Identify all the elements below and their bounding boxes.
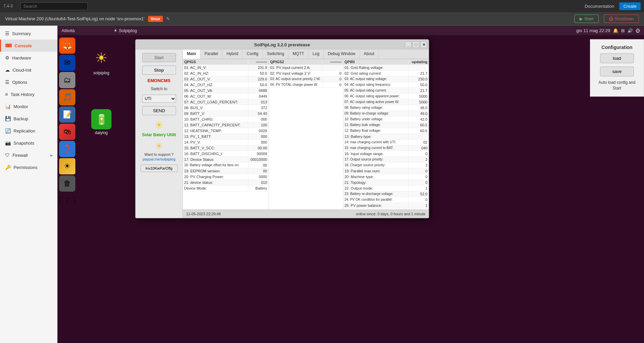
options-icon: ☰ bbox=[5, 79, 9, 85]
data-row: 10: BATT_CHRG:000 bbox=[183, 117, 269, 122]
data-row: 12: Battery float voltage:60.5 bbox=[343, 128, 429, 134]
tab-log[interactable]: Log bbox=[308, 50, 324, 59]
documentation-link[interactable]: Documentation bbox=[585, 4, 614, 9]
sidebar-label-options: Options bbox=[12, 80, 27, 85]
tab-hybrid[interactable]: Hybrid bbox=[222, 50, 243, 59]
sidebar-item-console[interactable]: ⌨ Console bbox=[0, 40, 57, 52]
start-button[interactable]: ▶ Start bbox=[574, 15, 598, 23]
console-icon: ⌨ bbox=[5, 43, 12, 48]
help-icon[interactable]: ❓ bbox=[59, 141, 75, 157]
paypal-link[interactable]: paypal.me/solpiplog bbox=[143, 157, 175, 161]
snapshots-icon: 📷 bbox=[5, 140, 11, 146]
thunderbird-icon[interactable]: ✉ bbox=[59, 55, 75, 71]
data-row: 14: max charging current with UTI:02 bbox=[343, 140, 429, 145]
inv-button[interactable]: Inv10KwParOffg bbox=[141, 165, 178, 172]
data-row: 01: AC_IN_V:231.9 bbox=[183, 65, 269, 71]
shutdown-button[interactable]: ⏻ Shutdown bbox=[604, 15, 639, 23]
data-row: 03: AC_OUT_V:229.6 bbox=[183, 76, 269, 82]
search-input[interactable] bbox=[20, 2, 88, 10]
qpigs2-header: QPIGS2 ——— bbox=[269, 59, 343, 65]
tab-debug-window[interactable]: Debug Window bbox=[324, 50, 360, 59]
top-bar: 7.4-3 Documentation Create bbox=[0, 0, 644, 12]
data-row: 06: AC output rating apparent power:5000 bbox=[343, 94, 429, 99]
solpiplog-stop-button[interactable]: Stop bbox=[142, 66, 176, 75]
sidebar-label-backup: Backup bbox=[14, 116, 28, 121]
qpigs2-column: QPIGS2 ——— 01: PV input current 2 A: 02:… bbox=[269, 59, 343, 210]
data-row: 20: PV Charging Power:0000 bbox=[183, 174, 269, 180]
ubuntu-clock: gio 11 mag 22:29 🔔 ⊞ 🔊 ⏻ bbox=[576, 28, 640, 33]
files-icon[interactable]: 🗂 bbox=[59, 72, 75, 88]
sidebar-item-firewall[interactable]: 🛡 Firewall ▶ bbox=[0, 149, 57, 161]
data-row: 16: Input voltage range:0 bbox=[343, 151, 429, 157]
volume-icon: 🔊 bbox=[627, 28, 633, 33]
vm-title: Virtual Machine 200 (Ubuntu64-Test-SolPi… bbox=[5, 16, 145, 21]
data-row: 13: Battery type: bbox=[343, 134, 429, 140]
main-layout: ☰ Summary ⌨ Console ⚙ Hardware ☁ Cloud-I… bbox=[0, 26, 644, 343]
sidebar-item-snapshots[interactable]: 📷 Snapshots bbox=[0, 137, 57, 149]
minimize-button[interactable]: _ bbox=[405, 41, 412, 48]
create-button[interactable]: Create bbox=[619, 2, 641, 10]
sidebar-item-permissions[interactable]: 🔑 Permissions bbox=[0, 161, 57, 173]
monitor-icon: 📊 bbox=[5, 104, 11, 109]
trash-icon[interactable]: 🗑 bbox=[59, 175, 75, 192]
sidebar-item-task-history[interactable]: ≡ Task History bbox=[0, 88, 57, 100]
power-icon: ⏻ bbox=[636, 28, 640, 33]
data-row: 16: BATT_DISCHRG_I:00009 bbox=[183, 151, 269, 157]
appstore-icon[interactable]: 🛍 bbox=[59, 124, 75, 140]
solpiplog-start-button[interactable]: Start bbox=[142, 53, 176, 62]
send-button[interactable]: SEND bbox=[142, 106, 176, 115]
version-label: 7.4-3 bbox=[3, 4, 17, 8]
window-title-bar: SolPipLog 3.2.0 prerelease _ □ ✕ bbox=[135, 40, 429, 50]
data-row: 05: AC_OUT_VA:0688 bbox=[183, 88, 269, 94]
vm-bar: Virtual Machine 200 (Ubuntu64-Test-SolPi… bbox=[0, 12, 644, 26]
sidebar-item-monitor[interactable]: 📊 Monitor bbox=[0, 100, 57, 113]
close-button[interactable]: ✕ bbox=[420, 41, 427, 48]
dalylog-desktop-app[interactable]: 🔋 dalylog bbox=[90, 109, 113, 135]
tab-parallel[interactable]: Parallel bbox=[200, 50, 222, 59]
data-row: 07: AC output rating active power W:5000 bbox=[343, 99, 429, 105]
data-row: 03: AC output rating voltage:230.0 bbox=[343, 76, 429, 82]
window-content: Start Stop EMONCMS Switch to UTI SBU SUB… bbox=[135, 50, 429, 218]
sidebar-label-permissions: Permissions bbox=[14, 165, 38, 170]
grid-icon[interactable]: ⋮⋮⋮ bbox=[59, 193, 75, 209]
audio-icon[interactable]: 🎵 bbox=[59, 89, 75, 105]
sun-support-icon: ☀ bbox=[155, 141, 163, 152]
uti-select[interactable]: UTI SBU SUB bbox=[142, 95, 176, 103]
sidebar-item-hardware[interactable]: ⚙ Hardware bbox=[0, 52, 57, 64]
solpiplog-dock-icon[interactable]: ☀ bbox=[59, 158, 75, 174]
sidebar-item-replication[interactable]: 🔄 Replication bbox=[0, 125, 57, 137]
emoncms-label: EMONCMS bbox=[148, 78, 171, 83]
sidebar-label-console: Console bbox=[15, 43, 32, 48]
tab-config[interactable]: Config bbox=[243, 50, 263, 59]
switch-label: Switch to bbox=[151, 87, 167, 91]
sidebar-item-cloud-init[interactable]: ☁ Cloud-Init bbox=[0, 64, 57, 76]
support-text: Want to support ? bbox=[144, 152, 173, 156]
summary-icon: ☰ bbox=[5, 31, 9, 36]
tab-main[interactable]: Main bbox=[183, 50, 200, 59]
support-section: ☀ Want to support ? paypal.me/solpiplog bbox=[143, 141, 175, 161]
tab-mqtt[interactable]: MQTT bbox=[289, 50, 308, 59]
sidebar-label-task-history: Task History bbox=[10, 92, 34, 97]
dalylog-label: dalylog bbox=[95, 130, 108, 135]
datetime-label: gio 11 mag 22:29 bbox=[576, 28, 610, 33]
data-row: 14: PV_V:000 bbox=[183, 140, 269, 145]
tab-switching[interactable]: Switching bbox=[263, 50, 289, 59]
data-row: 17: Device Status:00010000 bbox=[183, 157, 269, 163]
firefox-icon[interactable]: 🦊 bbox=[59, 38, 75, 54]
sidebar-item-options[interactable]: ☰ Options bbox=[0, 76, 57, 88]
sidebar-label-firewall: Firewall bbox=[13, 153, 28, 158]
solpiplog-desktop-app[interactable]: ☀ solpiplog bbox=[90, 46, 113, 75]
maximize-button[interactable]: □ bbox=[413, 41, 419, 48]
tab-about[interactable]: About bbox=[360, 50, 379, 59]
edit-icon[interactable]: ✎ bbox=[166, 16, 170, 21]
writer-icon[interactable]: 📝 bbox=[59, 106, 75, 123]
sidebar-item-backup[interactable]: 💾 Backup bbox=[0, 113, 57, 125]
config-load-button[interactable]: load bbox=[600, 53, 634, 63]
sidebar-label-replication: Replication bbox=[14, 128, 35, 133]
data-row: 09: Battery re-charge voltage:49.0 bbox=[343, 111, 429, 117]
config-save-button[interactable]: save bbox=[600, 67, 634, 76]
sidebar-item-summary[interactable]: ☰ Summary bbox=[0, 27, 57, 40]
auto-load-text: Auto load config and Start bbox=[594, 80, 640, 91]
desktop-apps: ☀ solpiplog 🔋 dalylog bbox=[90, 46, 113, 135]
activities-label[interactable]: Attività bbox=[61, 28, 75, 33]
